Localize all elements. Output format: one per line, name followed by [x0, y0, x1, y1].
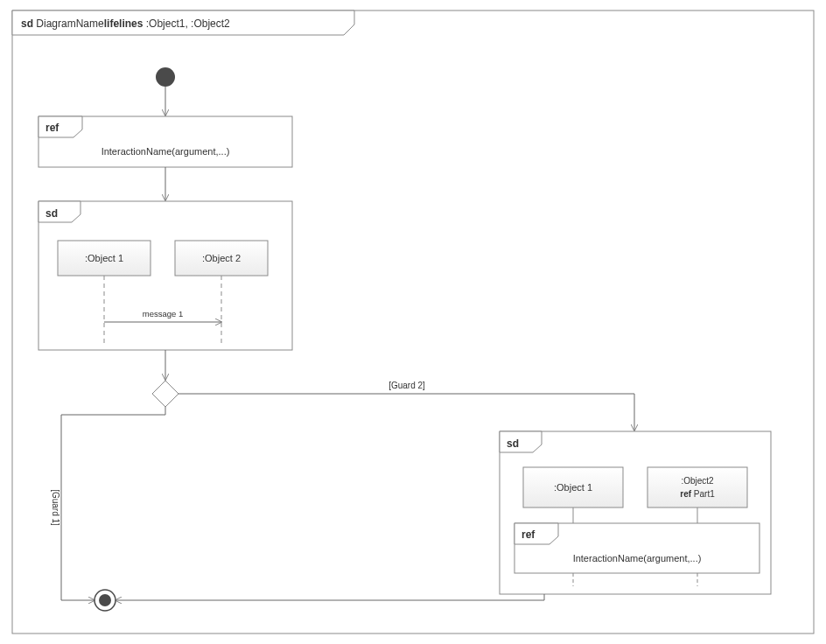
- ref-frame-1-tag: ref: [46, 122, 60, 134]
- diagram-canvas: sd DiagramNamelifelines :Object1, :Objec…: [0, 0, 826, 644]
- ref-frame-1: ref InteractionName(argument,...): [38, 116, 292, 167]
- svg-point-1: [156, 67, 175, 87]
- guard2-label: [Guard 2]: [388, 381, 425, 390]
- sd-frame-2: sd :Object 1 :Object2 ref Part1 ref Inte…: [500, 431, 771, 594]
- sd2-lifeline-object2-label-line1: :Object2: [681, 476, 714, 486]
- outer-frame-label: sd DiagramNamelifelines :Object1, :Objec…: [21, 18, 230, 30]
- initial-node: [156, 67, 175, 87]
- sd2-lifeline-object2: [648, 467, 747, 508]
- final-node: [94, 590, 116, 611]
- sd1-lifeline-object1-label: :Object 1: [85, 253, 123, 263]
- sd-frame-1: sd :Object 1 :Object 2 message 1: [38, 201, 292, 350]
- sd-frame-2-tag: sd: [507, 438, 519, 450]
- sd2-lifeline-object2-label-line2: ref Part1: [680, 489, 715, 499]
- sd2-inner-ref-tag: ref: [522, 528, 536, 541]
- sd2-lifeline-object1-label: :Object 1: [554, 482, 592, 493]
- guard1-label: [Guard 1]: [51, 489, 60, 526]
- sd1-message-label: message 1: [143, 309, 183, 318]
- svg-point-6: [99, 594, 111, 606]
- sd-frame-1-tag: sd: [46, 207, 58, 220]
- sd2-inner-ref-content: InteractionName(argument,...): [573, 553, 702, 564]
- sd1-lifeline-object2-label: :Object 2: [202, 253, 241, 263]
- ref-frame-1-content: InteractionName(argument,...): [102, 146, 230, 157]
